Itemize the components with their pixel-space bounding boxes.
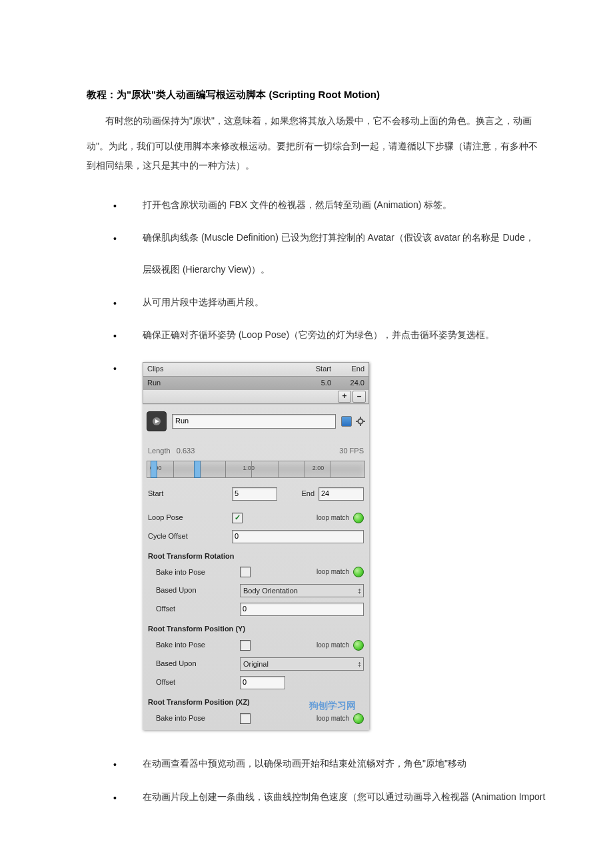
based-rot-label: Based Upon — [148, 584, 236, 597]
gear-icon[interactable] — [356, 417, 365, 426]
list-item: 确保肌肉线条 (Muscle Definition) 已设为您打算控制的 Ava… — [87, 221, 613, 285]
length-label: Length — [148, 447, 171, 455]
based-posy-label: Based Upon — [148, 657, 236, 671]
list-item: 从可用片段中选择动画片段。 — [87, 286, 613, 319]
timeline[interactable]: 0:00 1:00 2:00 — [147, 461, 365, 478]
offset-posy-input[interactable] — [240, 676, 285, 689]
loop-pose-checkbox[interactable] — [232, 513, 243, 523]
end-input[interactable] — [318, 487, 364, 501]
root-posy-header: Root Transform Position (Y) — [143, 619, 369, 636]
timeline-start-handle[interactable] — [151, 461, 157, 478]
loop-match-label-1: loop match — [316, 512, 349, 524]
based-posy-select[interactable]: Original — [240, 657, 364, 671]
timeline-tick-2: 2:00 — [312, 463, 324, 473]
cycle-offset-label: Cycle Offset — [148, 530, 228, 543]
clips-header-end: End — [331, 363, 364, 376]
list-item: 在动画查看器中预览动画，以确保动画开始和结束处流畅对齐，角色"原地"移动 — [87, 747, 613, 780]
intro-para-3: 到相同结果，这只是其中的一种方法）。 — [87, 158, 613, 173]
page-title: 教程：为"原状"类人动画编写根运动脚本 (Scripting Root Moti… — [87, 87, 613, 103]
intro-para-2: 动"。为此，我们可以使用脚本来修改根运动。要把所有一切综合到一起，请遵循以下步骤… — [87, 139, 613, 153]
clip-row-end: 24.0 — [331, 377, 364, 390]
bullet-list-bottom: 在动画查看器中预览动画，以确保动画开始和结束处流畅对齐，角色"原地"移动 在动画… — [87, 747, 613, 813]
list-item-line2: 层级视图 (Hierarchy View)）。 — [143, 261, 613, 278]
play-icon[interactable] — [147, 411, 167, 431]
bake-rot-checkbox[interactable] — [240, 567, 251, 577]
svg-point-2 — [358, 419, 363, 424]
add-clip-button[interactable]: + — [338, 391, 351, 403]
chevron-updown-icon: ‡ — [358, 659, 361, 670]
timeline-end-handle[interactable] — [194, 461, 201, 478]
list-item: 在动画片段上创建一条曲线，该曲线控制角色速度（您可以通过动画导入检视器 (Ani… — [87, 781, 613, 813]
clips-header-name: Clips — [147, 363, 291, 376]
start-input[interactable] — [232, 487, 277, 501]
list-item: 打开包含原状动画的 FBX 文件的检视器，然后转至动画 (Animation) … — [87, 189, 613, 221]
start-label: Start — [148, 487, 228, 501]
cycle-offset-input[interactable] — [232, 530, 364, 543]
loop-match-label-3: loop match — [316, 639, 349, 651]
root-posxz-header: Root Transform Position (XZ) — [143, 692, 369, 709]
based-rot-select[interactable]: Body Orientation — [240, 584, 364, 597]
list-item-empty: Clips Start End Run 5.0 24.0 + – — [87, 351, 613, 738]
offset-rot-label: Offset — [148, 603, 236, 616]
bullet-list-top: 打开包含原状动画的 FBX 文件的检视器，然后转至动画 (Animation) … — [87, 189, 613, 738]
clip-name-input[interactable] — [172, 414, 336, 429]
loop-match-label-2: loop match — [316, 566, 349, 578]
chevron-updown-icon: ‡ — [358, 586, 361, 597]
list-item-line1: 确保肌肉线条 (Muscle Definition) 已设为您打算控制的 Ava… — [143, 232, 534, 243]
clips-buttons: + – — [143, 390, 369, 404]
clips-header-start: Start — [291, 363, 331, 376]
fps-label: 30 FPS — [339, 445, 364, 458]
list-item: 确保正确对齐循环姿势 (Loop Pose)（它旁边的灯为绿色），并点击循环姿势… — [87, 319, 613, 351]
length-value: 0.633 — [177, 447, 195, 455]
loop-match-label-4: loop match — [316, 713, 349, 725]
loop-match-dot-4 — [353, 713, 364, 724]
clips-row-run[interactable]: Run 5.0 24.0 — [143, 377, 369, 390]
bake-posxz-checkbox[interactable] — [240, 713, 251, 724]
root-rotation-header: Root Transform Rotation — [143, 546, 369, 563]
offset-rot-input[interactable] — [240, 603, 364, 616]
help-icon[interactable] — [341, 416, 352, 427]
intro-para-1: 有时您的动画保持为"原状"，这意味着，如果您将其放入场景中，它不会移动上面的角色… — [87, 113, 613, 128]
bake-rot-label: Bake into Pose — [148, 566, 236, 579]
clip-row-start: 5.0 — [291, 377, 331, 390]
end-label: End — [301, 487, 314, 501]
bake-posy-label: Bake into Pose — [148, 639, 236, 652]
loop-match-dot-2 — [353, 567, 364, 577]
clips-header: Clips Start End — [143, 362, 369, 377]
animation-inspector-panel: Clips Start End Run 5.0 24.0 + – — [143, 362, 369, 730]
timeline-tick-1: 1:00 — [243, 463, 255, 473]
bake-posy-checkbox[interactable] — [240, 640, 251, 651]
loop-match-dot-3 — [353, 640, 364, 651]
loop-match-dot-1 — [353, 513, 364, 523]
clip-row-name: Run — [147, 377, 291, 390]
loop-pose-label: Loop Pose — [148, 511, 228, 525]
remove-clip-button[interactable]: – — [352, 391, 366, 403]
offset-posy-label: Offset — [148, 676, 236, 689]
bake-posxz-label: Bake into Pose — [148, 712, 236, 725]
